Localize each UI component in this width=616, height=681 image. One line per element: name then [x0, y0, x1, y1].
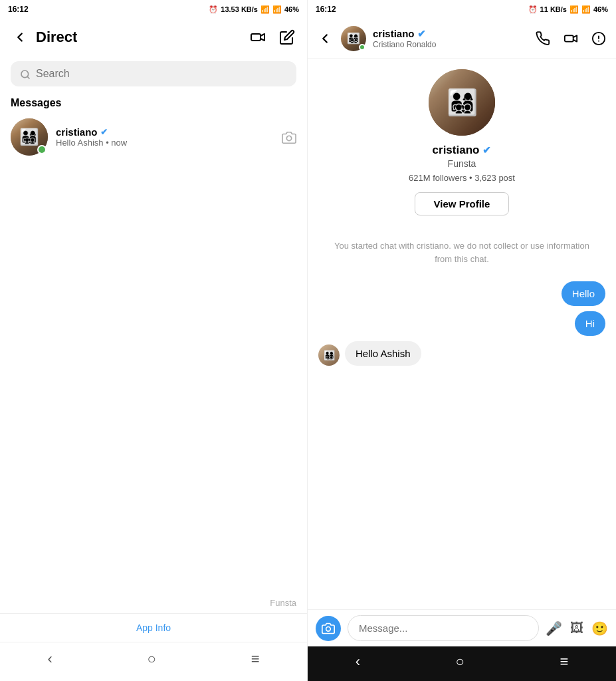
- chat-header: 👨‍👩‍👧‍👦 cristiano ✔ Cristiano Ronaldo: [308, 19, 616, 59]
- left-panel: 16:12 ⏰ 13.53 KB/s 📶 📶 46% Direct: [0, 0, 308, 681]
- profile-stats: 621M followers • 3,623 post: [409, 173, 515, 183]
- alarm-icon: ⏰: [209, 5, 218, 14]
- left-header: Direct: [0, 19, 307, 56]
- profile-username: cristiano ✔: [433, 144, 492, 157]
- search-bar-container: [0, 56, 307, 92]
- profile-section: cristiano ✔ Funsta 621M followers • 3,62…: [318, 69, 605, 215]
- right-network: 11 KB/s: [540, 5, 567, 13]
- chat-header-name: cristiano ✔: [373, 28, 527, 40]
- chat-name: cristiano ✔: [56, 126, 274, 138]
- left-time: 16:12: [8, 5, 29, 14]
- chat-preview: Hello Ashish • now: [56, 138, 274, 148]
- nav-menu-button[interactable]: ≡: [251, 650, 260, 668]
- back-button[interactable]: [11, 28, 29, 47]
- message-input[interactable]: [348, 615, 539, 641]
- right-nav-back-button[interactable]: ‹: [356, 653, 360, 670]
- profile-handle: Funsta: [448, 158, 476, 169]
- info-button[interactable]: [589, 29, 608, 48]
- phone-button[interactable]: [534, 29, 552, 48]
- search-icon: [20, 68, 31, 80]
- right-nav-bar: ‹ ○ ≡: [308, 646, 616, 681]
- right-time: 16:12: [316, 5, 336, 14]
- right-alarm-icon: ⏰: [528, 5, 538, 14]
- chat-back-button[interactable]: [316, 29, 334, 48]
- edit-button[interactable]: [278, 28, 296, 47]
- search-bar[interactable]: [11, 61, 296, 86]
- chat-header-subtitle: Cristiano Ronaldo: [373, 40, 527, 49]
- chat-info: cristiano ✔ Hello Ashish • now: [56, 126, 274, 148]
- video-camera-button[interactable]: [249, 28, 267, 47]
- chat-header-info: cristiano ✔ Cristiano Ronaldo: [373, 28, 527, 49]
- messages-label: Messages: [11, 97, 62, 108]
- wifi-icon: 📶: [260, 5, 270, 14]
- message-bubble-received: Hello Ashish: [345, 341, 421, 366]
- svg-point-3: [286, 136, 291, 140]
- chat-list: cristiano ✔ Hello Ashish • now: [0, 112, 307, 613]
- app-info-link[interactable]: App Info: [136, 622, 171, 633]
- left-status-icons: ⏰ 13.53 KB/s 📶 📶 46%: [209, 5, 299, 14]
- input-bar: 🎤 🖼 🙂: [308, 609, 616, 646]
- message-avatar: 👨‍👩‍👧‍👦: [318, 344, 340, 366]
- video-call-button[interactable]: [562, 29, 580, 48]
- svg-rect-4: [565, 35, 573, 41]
- left-battery: 46%: [284, 5, 299, 13]
- messages-section: Messages: [0, 92, 307, 112]
- avatar-container: [11, 118, 48, 156]
- message-bubble-hi: Hi: [575, 311, 605, 336]
- right-panel: 16:12 ⏰ 11 KB/s 📶 📶 46% 👨‍👩‍👧‍👦 cristian…: [308, 0, 616, 681]
- profile-verified-icon: ✔: [482, 144, 491, 156]
- chat-username: cristiano: [56, 126, 98, 138]
- input-action-icons: 🎤 🖼 🙂: [546, 620, 608, 636]
- nav-home-button[interactable]: ○: [148, 650, 156, 668]
- svg-rect-0: [251, 34, 260, 41]
- message-sent-hi: Hi: [318, 311, 605, 336]
- camera-circle-button[interactable]: [316, 616, 341, 641]
- nav-back-button[interactable]: ‹: [47, 650, 52, 668]
- app-info-bar: App Info: [0, 613, 307, 642]
- svg-point-8: [326, 626, 331, 631]
- page-title: Direct: [36, 29, 77, 46]
- left-nav-bar: ‹ ○ ≡: [0, 642, 307, 681]
- chat-item[interactable]: cristiano ✔ Hello Ashish • now: [0, 112, 307, 162]
- messages-container: Hello Hi 👨‍👩‍👧‍👦 Hello Ashish: [318, 281, 605, 366]
- funsta-watermark: Funsta: [270, 598, 296, 608]
- image-icon[interactable]: 🖼: [570, 620, 583, 636]
- left-network: 13.53 KB/s: [221, 5, 258, 13]
- chat-body: cristiano ✔ Funsta 621M followers • 3,62…: [308, 59, 616, 609]
- right-status-icons: ⏰ 11 KB/s 📶 📶 46%: [528, 5, 608, 14]
- view-profile-button[interactable]: View Profile: [415, 192, 510, 215]
- right-nav-menu-button[interactable]: ≡: [560, 653, 568, 670]
- svg-line-2: [27, 76, 29, 78]
- search-input[interactable]: [36, 68, 287, 80]
- chat-verified-icon: ✔: [417, 28, 426, 40]
- chat-header-icons: [534, 29, 608, 48]
- header-action-icons: [249, 28, 296, 47]
- right-nav-home-button[interactable]: ○: [456, 653, 464, 670]
- chat-notice: You started chat with cristiano. we do n…: [318, 229, 605, 276]
- right-battery: 46%: [593, 5, 608, 13]
- microphone-icon[interactable]: 🎤: [546, 620, 562, 636]
- verified-icon: ✔: [100, 127, 108, 137]
- chat-header-avatar-container: 👨‍👩‍👧‍👦: [341, 26, 366, 51]
- right-status-bar: 16:12 ⏰ 11 KB/s 📶 📶 46%: [308, 0, 616, 19]
- message-bubble-hello: Hello: [562, 281, 605, 306]
- message-received: 👨‍👩‍👧‍👦 Hello Ashish: [318, 341, 605, 366]
- profile-avatar: [429, 69, 495, 136]
- right-signal-icon: 📶: [581, 5, 591, 14]
- signal-icon: 📶: [272, 5, 282, 14]
- online-dot: [37, 145, 47, 154]
- left-header-left: Direct: [11, 28, 77, 47]
- emoji-icon[interactable]: 🙂: [591, 620, 608, 636]
- chat-online-indicator: [359, 44, 365, 51]
- left-status-bar: 16:12 ⏰ 13.53 KB/s 📶 📶 46%: [0, 0, 307, 19]
- message-sent-hello: Hello: [318, 281, 605, 306]
- camera-icon[interactable]: [282, 129, 296, 145]
- right-wifi-icon: 📶: [569, 5, 579, 14]
